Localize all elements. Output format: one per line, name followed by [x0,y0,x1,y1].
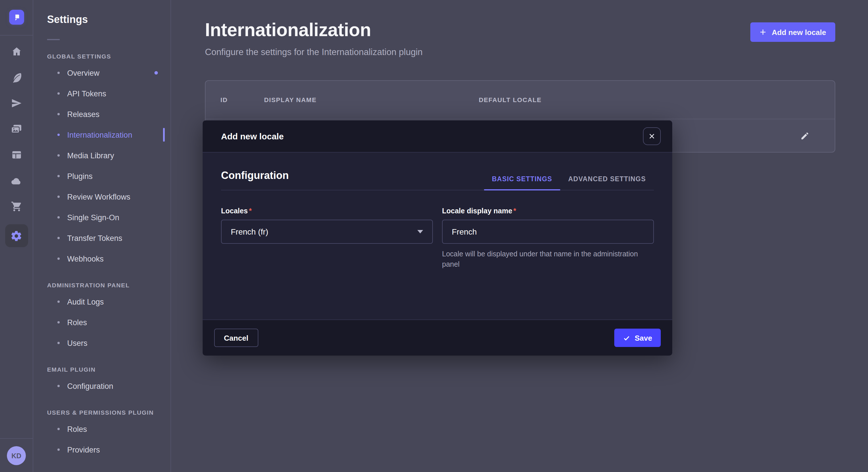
display-name-label: Locale display name [442,207,516,215]
modal-title: Add new locale [221,131,284,141]
chevron-down-icon [417,230,423,233]
locale-display-name-input[interactable] [442,220,654,244]
tab-basic-settings[interactable]: BASIC SETTINGS [484,175,560,190]
modal-body: Configuration BASIC SETTINGSADVANCED SET… [203,153,672,319]
close-icon [648,133,656,140]
display-name-hint: Locale will be displayed under that name… [442,249,649,270]
locales-select[interactable]: French (fr) [221,220,433,244]
check-icon [623,334,630,341]
modal-tabs: BASIC SETTINGSADVANCED SETTINGS [484,175,654,190]
locales-label: Locales [221,207,252,215]
close-modal-button[interactable] [643,127,661,145]
tab-advanced-settings[interactable]: ADVANCED SETTINGS [560,175,654,190]
locales-field: Locales French (fr) [221,205,433,270]
cancel-button[interactable]: Cancel [214,329,258,347]
modal-footer: Cancel Save [203,319,672,356]
locales-select-value: French (fr) [231,227,268,236]
modal-header: Add new locale [203,121,672,153]
display-name-field: Locale display name Locale will be displ… [442,205,654,270]
add-locale-modal: Add new locale Configuration BASIC SETTI… [203,121,672,356]
save-button[interactable]: Save [614,329,661,347]
configuration-heading: Configuration [221,170,289,182]
strapi-settings-app: KD Settings GLOBAL SETTINGSOverviewAPI T… [0,0,868,472]
